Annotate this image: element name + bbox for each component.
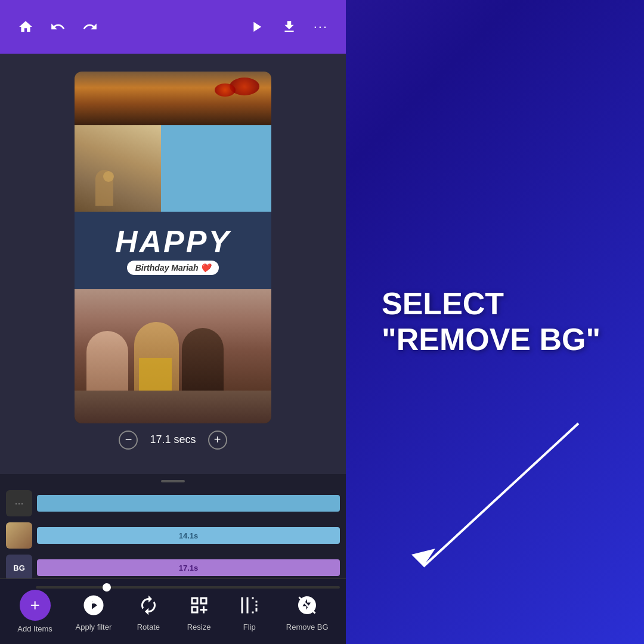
rotate-button[interactable]: Rotate bbox=[135, 592, 162, 631]
increase-duration-button[interactable]: + bbox=[208, 431, 227, 450]
scroll-indicator bbox=[0, 480, 346, 482]
scroll-dots bbox=[161, 480, 185, 482]
home-button[interactable] bbox=[18, 19, 33, 35]
playhead-dot[interactable] bbox=[103, 583, 111, 592]
top-bar: ··· bbox=[0, 0, 346, 54]
left-panel: ··· bbox=[0, 0, 346, 644]
birthday-badge: Birthday Mariah ❤️ bbox=[127, 261, 219, 275]
undo-button[interactable] bbox=[50, 19, 66, 35]
remove-bg-icon bbox=[293, 592, 321, 619]
decrease-duration-button[interactable]: − bbox=[119, 431, 138, 450]
preview-area: HAPPY Birthday Mariah ❤️ − 17.1 secs + bbox=[0, 54, 346, 474]
duration-bar: − 17.1 secs + bbox=[119, 423, 227, 457]
arrow-indicator bbox=[376, 411, 590, 590]
resize-button[interactable]: Resize bbox=[185, 592, 213, 631]
left-photo bbox=[75, 125, 161, 212]
resize-label: Resize bbox=[187, 623, 211, 631]
timeline-duration-2: 14.1s bbox=[179, 531, 199, 540]
add-items-button[interactable]: + Add Items bbox=[17, 590, 52, 633]
remove-bg-label: Remove BG bbox=[286, 623, 329, 631]
phone-preview: HAPPY Birthday Mariah ❤️ bbox=[75, 72, 271, 423]
download-button[interactable] bbox=[281, 19, 297, 35]
happy-text: HAPPY bbox=[115, 226, 231, 257]
play-button[interactable] bbox=[248, 18, 265, 35]
middle-row-section bbox=[75, 125, 271, 212]
timeline-bar-3[interactable]: 17.1s bbox=[37, 559, 340, 576]
resize-icon bbox=[185, 592, 213, 619]
apply-filter-icon bbox=[80, 592, 107, 619]
flip-button[interactable]: Flip bbox=[236, 592, 263, 631]
redo-button[interactable] bbox=[82, 19, 98, 35]
bg-label: BG bbox=[13, 564, 25, 572]
flip-label: Flip bbox=[243, 623, 256, 631]
remove-bg-button[interactable]: Remove BG bbox=[286, 592, 329, 631]
playhead-line bbox=[36, 586, 340, 589]
rotate-icon bbox=[135, 592, 162, 619]
apply-filter-label: Apply filter bbox=[76, 623, 112, 631]
instruction-text: SELECT "REMOVE BG" bbox=[382, 286, 608, 358]
timeline-area: ··· 14.1s BG 17.1s bbox=[0, 474, 346, 578]
timeline-thumb-1[interactable]: ··· bbox=[6, 490, 32, 516]
right-panel: SELECT "REMOVE BG" bbox=[346, 0, 644, 644]
more-options-button[interactable]: ··· bbox=[314, 19, 328, 35]
top-bar-right: ··· bbox=[248, 18, 328, 35]
add-items-label: Add Items bbox=[17, 624, 52, 633]
happy-section: HAPPY Birthday Mariah ❤️ bbox=[75, 212, 271, 289]
add-items-icon: + bbox=[20, 590, 51, 621]
timeline-playhead-row bbox=[0, 584, 346, 591]
top-photo-section bbox=[75, 72, 271, 125]
flip-icon bbox=[236, 592, 263, 619]
apply-filter-button[interactable]: Apply filter bbox=[76, 592, 112, 631]
timeline-row-1: ··· bbox=[0, 487, 346, 519]
timeline-row-2: 14.1s bbox=[0, 519, 346, 552]
timeline-thumb-bg[interactable]: BG bbox=[6, 555, 32, 581]
timeline-thumb-photo[interactable] bbox=[6, 522, 32, 549]
timeline-bar-1[interactable] bbox=[37, 495, 340, 512]
svg-line-1 bbox=[423, 423, 578, 566]
top-bar-left bbox=[18, 19, 98, 35]
friends-photo-section bbox=[75, 289, 271, 391]
right-blue-section bbox=[161, 125, 271, 212]
duration-value: 17.1 secs bbox=[150, 434, 196, 446]
bottom-strip bbox=[75, 391, 271, 423]
rotate-label: Rotate bbox=[137, 623, 160, 631]
timeline-bar-2[interactable]: 14.1s bbox=[37, 527, 340, 544]
timeline-duration-3: 17.1s bbox=[179, 564, 199, 572]
